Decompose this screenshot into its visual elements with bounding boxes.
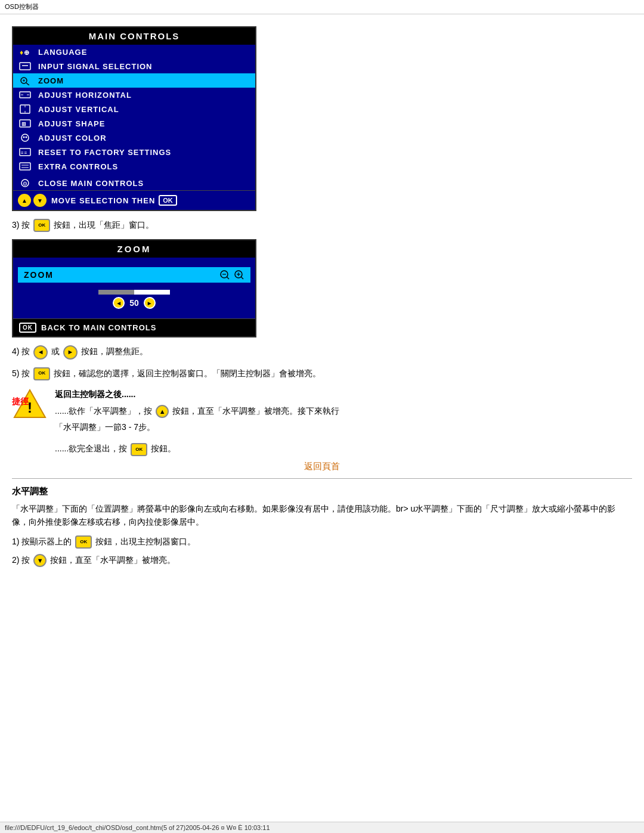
- main-controls-box: MAIN CONTROLS ♦⊕ LANGUAGE INPUT SIGNAL S…: [12, 26, 256, 211]
- section2: 水平調整 「水平調整」下面的「位置調整」將螢幕中的影像向左或向右移動。如果影像沒…: [12, 486, 632, 567]
- menu-item-extra-controls[interactable]: EXTRA CONTROLS: [13, 159, 255, 174]
- svg-point-17: [23, 137, 25, 138]
- move-up-icon: ▲: [18, 194, 31, 207]
- adjust-vertical-icon: [18, 104, 32, 114]
- section2-desc: 「水平調整」下面的「位置調整」將螢幕中的影像向左或向右移動。如果影像沒有居中，請…: [12, 502, 632, 529]
- ok-button-section2-step1: OK: [75, 535, 92, 549]
- svg-line-5: [26, 83, 29, 85]
- move-selection-footer: ▲ ▼ MOVE SELECTION THEN OK: [13, 190, 255, 210]
- zoom-icons: [219, 270, 244, 280]
- zoom-row-label: ZOOM: [24, 270, 219, 280]
- menu-item-reset-factory[interactable]: ≡≡ RESET TO FACTORY SETTINGS: [13, 145, 255, 159]
- ok-back-icon: OK: [19, 323, 36, 333]
- menu-item-adjust-shape[interactable]: ⊞ ADJUST SHAPE: [13, 116, 255, 131]
- svg-point-16: [21, 134, 29, 141]
- section-divider: [12, 478, 632, 479]
- title-bar: OSD控制器: [0, 0, 644, 14]
- reset-icon: ≡≡: [18, 147, 32, 157]
- extra-controls-icon: [18, 161, 32, 172]
- zoom-icon: [18, 75, 32, 86]
- adjust-horizontal-icon: [18, 89, 32, 100]
- svg-line-27: [227, 277, 229, 279]
- svg-text:⊞: ⊞: [21, 121, 27, 127]
- menu-item-close-main[interactable]: ⊙ CLOSE MAIN CONTROLS: [13, 176, 255, 190]
- main-controls-header: MAIN CONTROLS: [13, 27, 255, 45]
- adjust-color-icon: [18, 132, 32, 143]
- ok-button-inline-step5: OK: [33, 367, 50, 380]
- ok-box: OK: [159, 195, 177, 206]
- shortcut-line3: ......欲完全退出，按 OK 按鈕。: [55, 442, 339, 456]
- zoom-increase-btn[interactable]: ►: [144, 297, 156, 309]
- input-signal-icon: [18, 61, 32, 72]
- left-arrow-btn: ◄: [33, 345, 48, 360]
- shortcut-line2: 「水平調整」一節3 - 7步。: [55, 420, 339, 435]
- shortcut-line1: ......欲作「水平調整」，按 ▲ 按鈕，直至「水平調整」被增亮。接下來執行: [55, 404, 339, 419]
- section2-step1: 1) 按顯示器上的 OK 按鈕，出現主控制器窗口。: [12, 535, 632, 549]
- svg-point-18: [26, 137, 27, 138]
- step5-para: 5) 按 OK 按鈕，確認您的選擇，返回主控制器窗口。「關閉主控制器」會被增亮。: [12, 367, 632, 380]
- svg-text:≡≡: ≡≡: [21, 150, 27, 156]
- return-link[interactable]: 返回頁首: [304, 461, 340, 471]
- menu-item-language[interactable]: ♦⊕ LANGUAGE: [13, 45, 255, 59]
- zoom-value: 50: [129, 298, 139, 308]
- svg-line-30: [241, 277, 243, 279]
- menu-item-input-signal[interactable]: INPUT SIGNAL SELECTION: [13, 59, 255, 73]
- right-arrow-btn: ►: [63, 345, 78, 360]
- svg-text:⊕: ⊕: [24, 49, 30, 56]
- adjust-shape-icon: ⊞: [18, 118, 32, 129]
- svg-text:⊙: ⊙: [23, 181, 28, 187]
- svg-rect-2: [20, 63, 30, 70]
- step4-para: 4) 按 ◄ 或 ► 按鈕，調整焦距。: [12, 345, 632, 359]
- language-icon: ♦⊕: [18, 47, 32, 57]
- close-icon: ⊙: [18, 178, 32, 188]
- zoom-row: ZOOM: [18, 267, 250, 283]
- menu-item-adjust-vertical[interactable]: ADJUST VERTICAL: [13, 102, 255, 116]
- shortcut-warning-text: 返回主控制器之後......: [55, 388, 339, 402]
- zoom-slider-area: ◄ 50 ►: [13, 287, 255, 315]
- title-text: OSD控制器: [5, 3, 39, 10]
- section2-title: 水平調整: [12, 486, 632, 497]
- menu-item-zoom[interactable]: ZOOM: [13, 73, 255, 88]
- menu-item-adjust-color[interactable]: ADJUST COLOR: [13, 131, 255, 145]
- svg-rect-21: [20, 163, 30, 170]
- zoom-back-row: OK BACK TO MAIN CONTROLS: [13, 318, 255, 336]
- zoom-slider-fill: [98, 290, 134, 295]
- zoom-controls: ◄ 50 ►: [113, 297, 156, 309]
- zoom-slider-track: [98, 290, 170, 295]
- move-down-icon: ▼: [33, 194, 47, 207]
- zoom-header: ZOOM: [13, 240, 255, 258]
- ok-button-shortcut: OK: [131, 443, 147, 456]
- section2-step2: 2) 按 ▼ 按鈕，直至「水平調整」被增亮。: [12, 553, 632, 567]
- ok-button-inline-step3: OK: [33, 219, 50, 232]
- down-arrow-btn-section2: ▼: [33, 554, 47, 567]
- menu-item-adjust-horizontal[interactable]: ADJUST HORIZONTAL: [13, 88, 255, 102]
- return-center: 返回頁首: [12, 461, 632, 472]
- zoom-decrease-btn[interactable]: ◄: [113, 297, 125, 309]
- step3-para: 3) 按 OK 按鈕，出現「焦距」窗口。: [12, 218, 632, 232]
- footer-text: MOVE SELECTION THEN: [51, 196, 155, 205]
- up-arrow-btn-shortcut: ▲: [156, 405, 169, 418]
- shortcut-label: 捷徑: [12, 395, 29, 406]
- zoom-box: ZOOM ZOOM ◄ 50 ► OK BACK TO MAIN CONTRO: [12, 239, 256, 337]
